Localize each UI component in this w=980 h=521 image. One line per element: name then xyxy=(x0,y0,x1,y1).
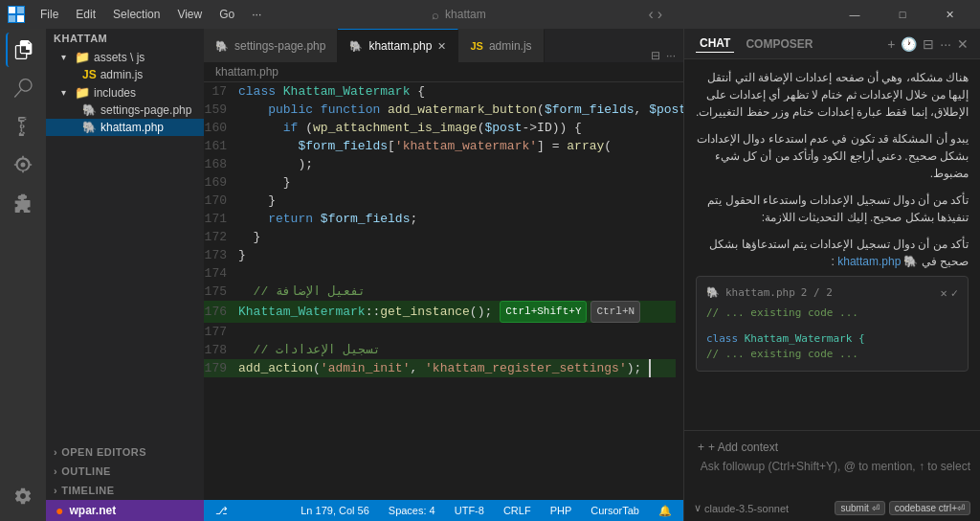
tab-label: khattam.php xyxy=(368,39,432,53)
editor-area: 🐘 settings-page.php 🐘 khattam.php ✕ JS a… xyxy=(204,29,683,521)
sidebar-item-khattam[interactable]: 🐘 khattam.php xyxy=(46,119,204,136)
sidebar: KHATTAM ▾ 📁 assets \ js JS admin.js ▾ 📁 … xyxy=(46,29,204,521)
history-icon[interactable]: 🕐 xyxy=(901,36,917,52)
chevron-right-icon: › xyxy=(54,446,57,458)
chat-file-ref: 🐘 khattam.php xyxy=(837,253,918,270)
wpar-label: wpar.net xyxy=(69,504,116,517)
status-cursor[interactable]: CursorTab xyxy=(587,505,643,516)
tab-adminjs[interactable]: JS admin.js xyxy=(458,29,544,62)
activity-extensions[interactable] xyxy=(6,186,40,220)
php-file-icon: 🐘 xyxy=(706,285,720,302)
js-icon: JS xyxy=(470,40,482,52)
new-chat-icon[interactable]: + xyxy=(887,36,895,52)
sidebar-item-adminjs[interactable]: JS admin.js xyxy=(46,66,204,83)
status-right: Ln 179, Col 56 Spaces: 4 UTF-8 CRLF PHP … xyxy=(297,505,676,517)
activity-search[interactable] xyxy=(6,71,40,105)
status-position[interactable]: Ln 179, Col 56 xyxy=(297,505,373,516)
sidebar-item-label: includes xyxy=(94,86,136,100)
sidebar-item-label: khattam.php xyxy=(100,121,164,134)
close-button[interactable]: ✕ xyxy=(928,0,972,29)
tab-composer[interactable]: COMPOSER xyxy=(742,35,816,53)
close-chat-icon[interactable]: ✕ xyxy=(957,36,969,52)
split-icon[interactable]: ⊟ xyxy=(923,36,934,52)
close-code-icon[interactable]: ✕ xyxy=(941,284,947,302)
codebase-badge[interactable]: codebase ctrl+⏎ xyxy=(889,501,970,515)
code-content: 17 class Khattam_Watermark { 159 public … xyxy=(204,82,683,500)
sidebar-item-label: settings-page.php xyxy=(100,103,191,117)
wpar-logo: ● wpar.net xyxy=(46,500,204,521)
status-encoding-label: UTF-8 xyxy=(455,505,484,516)
activity-scm[interactable] xyxy=(6,109,40,144)
menu-selection[interactable]: Selection xyxy=(105,6,167,23)
sidebar-item-settingspage[interactable]: 🐘 settings-page.php xyxy=(46,102,204,119)
chat-text-after: : xyxy=(832,255,835,268)
activity-settings[interactable] xyxy=(6,479,40,513)
code-line-177: 177 xyxy=(204,323,676,341)
chat-input-area: + + Add context xyxy=(684,430,980,497)
code-line-176: 176 Khattam_Watermark::get_instance(); C… xyxy=(204,301,676,323)
chat-footer: ∨ claude-3.5-sonnet submit ⏎ codebase ct… xyxy=(684,497,980,521)
add-context-button[interactable]: + + Add context xyxy=(694,439,970,456)
status-line-ending[interactable]: CRLF xyxy=(500,505,535,516)
tab-chat[interactable]: CHAT xyxy=(696,34,734,53)
sidebar-timeline[interactable]: › TIMELINE xyxy=(46,481,204,500)
code-editor[interactable]: 17 class Khattam_Watermark { 159 public … xyxy=(204,82,683,500)
activity-bar xyxy=(0,29,46,521)
status-spaces[interactable]: Spaces: 4 xyxy=(385,505,439,516)
chat-code-actions: ✕ ✓ xyxy=(941,284,958,302)
sidebar-spacer xyxy=(46,136,204,442)
tab-close-icon[interactable]: ✕ xyxy=(437,40,446,53)
menu-go[interactable]: Go xyxy=(212,6,242,23)
folder-icon: 📁 xyxy=(75,85,90,100)
chat-message-3: تأكد من أن دوال تسجيل الإعدادات واستدعاء… xyxy=(696,192,969,226)
maximize-button[interactable]: □ xyxy=(880,0,924,29)
tab-khattam[interactable]: 🐘 khattam.php ✕ xyxy=(338,29,458,62)
chat-message-1: هناك مشكله، وهي أن صفحه إعدادات الإضافة … xyxy=(696,69,969,121)
accept-code-icon[interactable]: ✓ xyxy=(951,284,958,302)
nav-forward[interactable]: › xyxy=(657,6,662,23)
menu-file[interactable]: File xyxy=(33,6,66,23)
status-encoding[interactable]: UTF-8 xyxy=(451,505,488,516)
breadcrumb: khattam.php xyxy=(204,62,683,82)
sidebar-outline[interactable]: › OUTLINE xyxy=(46,462,204,481)
status-branch[interactable]: ⎇ xyxy=(212,505,232,517)
nav-back[interactable]: ‹ xyxy=(649,6,654,23)
chat-code-block: 🐘 khattam.php 2 / 2 ✕ ✓ // ... existing … xyxy=(696,276,969,372)
minimize-button[interactable]: — xyxy=(833,0,877,29)
chat-model-selector[interactable]: ∨ claude-3.5-sonnet xyxy=(694,502,789,514)
menu-view[interactable]: View xyxy=(169,6,210,23)
status-language[interactable]: PHP xyxy=(546,505,576,516)
chat-input-field[interactable] xyxy=(694,460,970,487)
git-branch-icon: ⎇ xyxy=(215,505,228,517)
kbd-ctrl-shift-y: Ctrl+Shift+Y xyxy=(500,301,587,323)
activity-debug[interactable] xyxy=(6,147,40,182)
inline-widget: Ctrl+Shift+Y Ctrl+N xyxy=(500,301,640,323)
breadcrumb-text: khattam.php xyxy=(215,65,278,79)
status-bell[interactable]: 🔔 xyxy=(655,505,676,517)
code-line-17: 17 class Khattam_Watermark { xyxy=(204,82,676,101)
more-icon[interactable]: ··· xyxy=(940,36,951,52)
status-bar: ⎇ Ln 179, Col 56 Spaces: 4 UTF-8 CRLF PH… xyxy=(204,500,683,521)
svg-rect-2 xyxy=(9,15,15,22)
chevron-right-icon: › xyxy=(54,485,57,496)
split-editor-icon[interactable]: ⊟ xyxy=(651,49,660,62)
svg-rect-3 xyxy=(17,15,24,22)
code-line-179: 179 add_action('admin_init', 'khattam_re… xyxy=(204,359,676,377)
main-container: KHATTAM ▾ 📁 assets \ js JS admin.js ▾ 📁 … xyxy=(0,29,980,521)
sidebar-footer: › OPEN EDITORS › OUTLINE › TIMELINE ● wp… xyxy=(46,442,204,521)
sidebar-item-assets[interactable]: ▾ 📁 assets \ js xyxy=(46,48,204,66)
tab-settings-page[interactable]: 🐘 settings-page.php xyxy=(204,29,338,62)
menu-more[interactable]: ··· xyxy=(244,6,269,23)
submit-badge[interactable]: submit ⏎ xyxy=(835,501,884,515)
sidebar-item-includes[interactable]: ▾ 📁 includes xyxy=(46,83,204,102)
chat-message-4: تأكد من أن دوال تسجيل الإعدادات يتم استد… xyxy=(696,236,969,372)
code-line-160: 160 if (wp_attachment_is_image($post->ID… xyxy=(204,119,676,137)
sidebar-open-editors[interactable]: › OPEN EDITORS xyxy=(46,442,204,462)
more-tabs-icon[interactable]: ··· xyxy=(666,49,676,62)
activity-explorer[interactable] xyxy=(6,33,40,67)
chevron-down-icon: ∨ xyxy=(694,502,702,514)
svg-rect-1 xyxy=(17,7,24,13)
code-page: 2 / 2 xyxy=(801,285,833,302)
code-line-168: 168 ); xyxy=(204,155,676,173)
menu-edit[interactable]: Edit xyxy=(68,6,103,23)
